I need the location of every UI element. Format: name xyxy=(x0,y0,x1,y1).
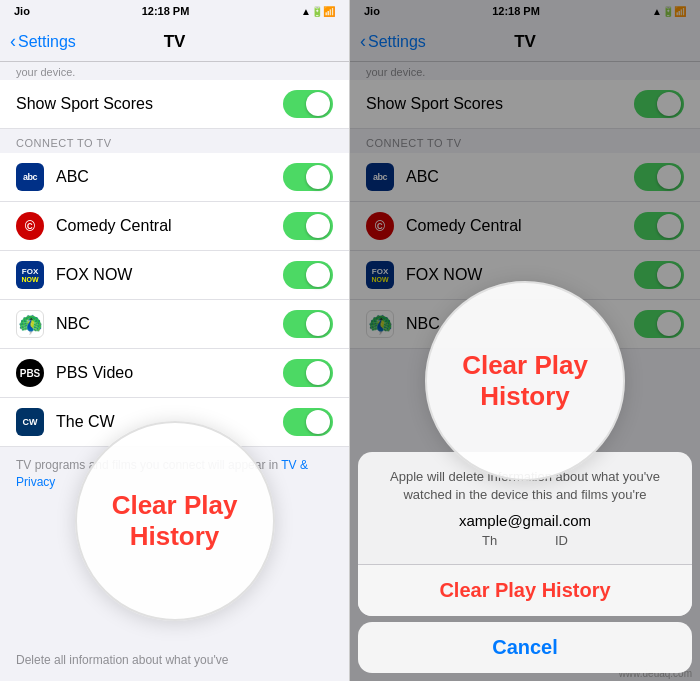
cw-toggle[interactable] xyxy=(283,408,333,436)
left-status-bar: Jio 12:18 PM ▲🔋📶 xyxy=(0,0,349,22)
right-phone-panel: Jio 12:18 PM ▲🔋📶 ‹ Settings TV your devi… xyxy=(350,0,700,681)
abc-toggle[interactable] xyxy=(283,163,333,191)
left-chevron-icon: ‹ xyxy=(10,31,16,52)
left-time: 12:18 PM xyxy=(142,5,190,17)
left-carrier: Jio xyxy=(14,5,30,17)
left-nav-bar: ‹ Settings TV xyxy=(0,22,349,62)
dialog-email: xample@gmail.com xyxy=(374,512,676,529)
dialog-cancel-button[interactable]: Cancel xyxy=(358,622,692,673)
comedy-central-row: © Comedy Central xyxy=(0,202,349,251)
connect-to-tv-header: CONNECT TO TV xyxy=(0,129,349,153)
dialog-subtitle: Th ID xyxy=(374,533,676,548)
nbc-row: 🦚 NBC xyxy=(0,300,349,349)
fox-now-toggle[interactable] xyxy=(283,261,333,289)
comedy-central-toggle[interactable] xyxy=(283,212,333,240)
left-back-button[interactable]: ‹ Settings xyxy=(10,31,76,52)
abc-label: ABC xyxy=(56,168,283,186)
cw-icon: CW xyxy=(16,408,44,436)
pbs-row: PBS PBS Video xyxy=(0,349,349,398)
left-bottom-text: Delete all information about what you've xyxy=(16,653,333,667)
nbc-icon: 🦚 xyxy=(16,310,44,338)
fox-now-icon: FOX NOW xyxy=(16,261,44,289)
left-phone-panel: Jio 12:18 PM ▲🔋📶 ‹ Settings TV your devi… xyxy=(0,0,350,681)
fox-now-label: FOX NOW xyxy=(56,266,283,284)
abc-row: abc ABC xyxy=(0,153,349,202)
nbc-toggle[interactable] xyxy=(283,310,333,338)
abc-icon: abc xyxy=(16,163,44,191)
dialog-overlay: Clear Play History Apple will delete inf… xyxy=(350,0,700,681)
left-truncated-top: your device. xyxy=(0,62,349,80)
comedy-central-label: Comedy Central xyxy=(56,217,283,235)
pbs-toggle[interactable] xyxy=(283,359,333,387)
left-clear-history-text[interactable]: Clear Play History xyxy=(77,490,273,552)
comedy-central-icon: © xyxy=(16,212,44,240)
pbs-icon: PBS xyxy=(16,359,44,387)
dialog-clear-button[interactable]: Clear Play History xyxy=(358,565,692,616)
show-sport-scores-label: Show Sport Scores xyxy=(16,95,283,113)
pbs-label: PBS Video xyxy=(56,364,283,382)
left-status-icons: ▲🔋📶 xyxy=(301,6,335,17)
left-back-label: Settings xyxy=(18,33,76,51)
left-magnify-circle: Clear Play History xyxy=(75,421,275,621)
nbc-label: NBC xyxy=(56,315,283,333)
left-nav-title: TV xyxy=(164,32,186,52)
show-sport-scores-toggle[interactable] xyxy=(283,90,333,118)
fox-now-row: FOX NOW FOX NOW xyxy=(0,251,349,300)
show-sport-scores-row: Show Sport Scores xyxy=(0,80,349,129)
right-clear-history-text[interactable]: Clear Play History xyxy=(427,350,623,412)
right-magnify-circle: Clear Play History xyxy=(425,281,625,481)
